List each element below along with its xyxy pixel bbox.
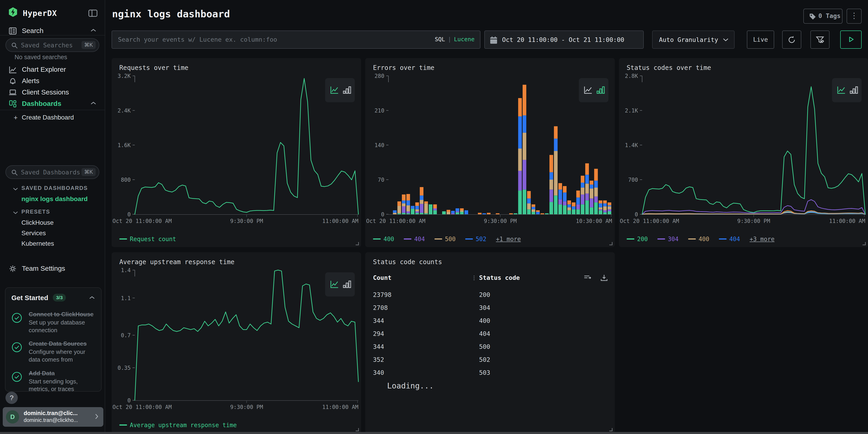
run-query-button[interactable] [840,31,862,49]
svg-text:0: 0 [381,211,384,218]
svg-text:9:30:00 PM: 9:30:00 PM [230,404,263,410]
get-started-item-add-data[interactable]: Add Data Start sending logs, metrics, or… [11,370,95,393]
column-drag-handle[interactable]: ⋮ [471,275,477,281]
panel-title: Errors over time [373,64,434,71]
autofit-columns-icon[interactable] [583,276,592,283]
legend-item[interactable]: Average upstream response time [119,422,237,429]
download-icon[interactable] [600,276,608,283]
saved-searches-placeholder: Saved Searches [21,42,73,49]
help-button[interactable]: ? [5,392,18,404]
sidebar-collapse-icon[interactable] [88,8,98,19]
svg-text:1.6K: 1.6K [118,142,131,149]
svg-text:1.1: 1.1 [121,295,131,302]
create-dashboard-label: Create Dashboard [22,114,74,121]
horizontal-scrollbar[interactable] [0,432,868,434]
granularity-value: Auto Granularity [659,36,718,43]
create-dashboard-button[interactable]: +Create Dashboard [14,114,74,122]
chart-legend: Average upstream response time [119,422,246,429]
hyperdx-logo-icon [8,7,18,18]
svg-text:0.35: 0.35 [118,365,131,371]
filter-button[interactable] [810,31,830,49]
column-header-status-code[interactable]: Status code [479,274,520,281]
svg-text:0: 0 [127,211,131,218]
sidebar-item-dashboards[interactable]: Dashboards [0,97,105,110]
panel-resize-handle[interactable] [609,428,613,431]
time-range-picker[interactable]: Oct 20 11:00:00 - Oct 21 11:00:00 [484,31,644,49]
legend-item[interactable]: 500 [434,236,456,243]
svg-text:2.1K: 2.1K [625,107,638,114]
table-row: 344500 [365,340,615,353]
sidebar-dashboard-nginx-logs[interactable]: nginx logs dashboard [22,195,88,203]
panel-requests-over-time: Requests over time 08001.6K2.4K3.2KOct 2… [112,58,361,247]
panel-resize-handle[interactable] [863,242,866,245]
more-menu-button[interactable]: ⋮ [846,9,862,24]
requests-chart[interactable]: 08001.6K2.4K3.2KOct 20 11:00:00 AM9:30:0… [112,73,361,227]
avg-response-chart[interactable]: 00.350.71.11.4Oct 20 11:00:00 AM9:30:00 … [112,267,361,413]
errors-chart[interactable]: 070140210280Oct 20 11:00:00 AM9:30:00 PM… [365,73,615,227]
panel-resize-handle[interactable] [609,242,613,245]
laptop-icon [8,88,17,98]
saved-searches-input[interactable]: Saved Searches ⌘K [5,38,99,52]
legend-item[interactable]: 400 [688,236,709,243]
tags-button[interactable]: 0 Tags [803,9,842,24]
svg-text:Oct 20 11:00:00 AM: Oct 20 11:00:00 AM [366,218,425,224]
sidebar-item-team-settings[interactable]: Team Settings [0,262,105,275]
svg-text:2.4K: 2.4K [118,107,131,114]
saved-dashboards-input[interactable]: Saved Dashboards ⌘K [5,165,99,179]
refresh-button[interactable] [782,31,801,49]
lucene-mode-toggle[interactable]: Lucene [454,36,474,42]
granularity-select[interactable]: Auto Granularity [652,31,735,49]
legend-item[interactable]: 502 [465,236,486,243]
legend-item[interactable]: 400 [373,236,394,243]
legend-more-link[interactable]: +1 more [496,236,521,243]
svg-text:2.8K: 2.8K [625,73,638,79]
svg-text:11:00:00 AM: 11:00:00 AM [322,404,359,410]
sidebar-preset-kubernetes[interactable]: Kubernetes [22,240,54,247]
legend-item[interactable]: 404 [719,236,740,243]
sidebar-item-label: Alerts [22,77,39,85]
table-row: 340503 [365,366,615,379]
get-started-header[interactable]: Get Started 3/3 [11,294,95,305]
legend-item[interactable]: Request count [119,236,176,243]
sidebar-preset-services[interactable]: Services [22,229,46,237]
event-search-input[interactable]: Search your events w/ Lucene ex. column:… [112,31,480,49]
time-range-value: Oct 20 11:00:00 - Oct 21 11:00:00 [502,36,624,43]
user-menu[interactable]: D dominic.tran@clic... dominic.tran@clic… [3,407,103,427]
sql-mode-toggle[interactable]: SQL [435,36,445,42]
sidebar: HyperDX Search Saved Searches ⌘K No save… [0,0,105,434]
svg-text:10:30:00 AM: 10:30:00 AM [576,218,612,224]
panel-resize-handle[interactable] [356,242,359,245]
get-started-progress-badge: 3/3 [53,294,66,302]
sidebar-item-alerts[interactable]: Alerts [0,75,105,87]
status-codes-chart[interactable]: 07001.4K2.1K2.8KOct 20 11:00:00 AM9:30:0… [619,73,868,227]
check-circle-icon [11,312,22,324]
filter-edit-icon [815,35,825,44]
bell-icon [8,76,17,87]
svg-text:Oct 20 11:00:00 AM: Oct 20 11:00:00 AM [113,404,172,410]
panel-resize-handle[interactable] [356,428,359,431]
svg-text:700: 700 [628,177,638,183]
panel-title: Average upstream response time [119,258,235,266]
legend-item[interactable]: 304 [657,236,679,243]
live-button[interactable]: Live [747,31,774,49]
sidebar-item-chart-explorer[interactable]: Chart Explorer [0,63,105,76]
chart-legend: 200304400404+3 more [627,236,774,243]
get-started-item-connect[interactable]: Connect to ClickHouse Set up your databa… [11,311,95,334]
sidebar-item-client-sessions[interactable]: Client Sessions [0,86,105,99]
sidebar-preset-clickhouse[interactable]: ClickHouse [22,219,54,226]
svg-text:0.7: 0.7 [121,332,131,339]
saved-dashboards-section-header[interactable]: SAVED DASHBOARDS [13,185,88,191]
svg-text:3.2K: 3.2K [118,73,131,79]
search-icon [11,169,18,177]
tags-label: 0 Tags [818,12,841,19]
avatar: D [6,410,19,424]
legend-item[interactable]: 200 [627,236,648,243]
svg-text:9:30:00 PM: 9:30:00 PM [737,218,770,224]
legend-more-link[interactable]: +3 more [750,236,775,243]
legend-item[interactable]: 404 [404,236,425,243]
app-logo-text: HyperDX [23,9,57,18]
svg-text:1.4K: 1.4K [625,142,638,149]
column-header-count[interactable]: Count [373,274,392,281]
presets-section-header[interactable]: PRESETS [13,209,50,215]
get-started-item-sources[interactable]: Create Data Sources Configure where your… [11,340,95,364]
